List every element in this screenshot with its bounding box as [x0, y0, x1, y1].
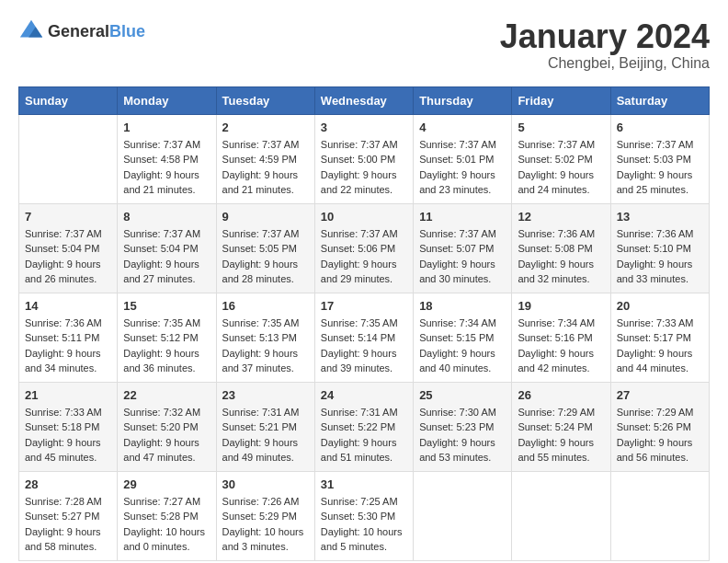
column-header-wednesday: Wednesday: [314, 86, 413, 114]
day-info: Sunrise: 7:26 AMSunset: 5:29 PMDaylight:…: [222, 494, 309, 555]
day-cell: 12Sunrise: 7:36 AMSunset: 5:08 PMDayligh…: [512, 203, 610, 293]
day-info: Sunrise: 7:28 AMSunset: 5:27 PMDaylight:…: [25, 494, 111, 555]
day-cell: 22Sunrise: 7:32 AMSunset: 5:20 PMDayligh…: [118, 382, 216, 471]
week-row-5: 28Sunrise: 7:28 AMSunset: 5:27 PMDayligh…: [19, 471, 710, 560]
day-info: Sunrise: 7:33 AMSunset: 5:17 PMDaylight:…: [617, 316, 703, 376]
day-info: Sunrise: 7:32 AMSunset: 5:20 PMDaylight:…: [123, 405, 210, 465]
day-info: Sunrise: 7:34 AMSunset: 5:16 PMDaylight:…: [518, 316, 604, 376]
day-number: 23: [222, 388, 309, 402]
day-number: 14: [25, 299, 111, 313]
day-cell: 4Sunrise: 7:37 AMSunset: 5:01 PMDaylight…: [414, 114, 512, 203]
day-number: 3: [321, 121, 407, 134]
day-number: 8: [123, 210, 210, 224]
column-header-monday: Monday: [118, 86, 216, 114]
day-cell: [19, 114, 118, 203]
day-number: 5: [518, 121, 604, 134]
day-number: 15: [123, 299, 210, 313]
logo-icon: [18, 18, 44, 44]
day-info: Sunrise: 7:35 AMSunset: 5:13 PMDaylight:…: [222, 316, 309, 376]
day-info: Sunrise: 7:37 AMSunset: 5:02 PMDaylight:…: [518, 137, 604, 198]
day-number: 19: [518, 299, 604, 313]
day-cell: 17Sunrise: 7:35 AMSunset: 5:14 PMDayligh…: [314, 293, 413, 382]
day-cell: 26Sunrise: 7:29 AMSunset: 5:24 PMDayligh…: [512, 382, 610, 471]
page-header: GeneralBlue January 2024 Chengbei, Beiji…: [18, 18, 710, 72]
day-number: 12: [518, 210, 604, 224]
day-info: Sunrise: 7:37 AMSunset: 5:01 PMDaylight:…: [419, 137, 506, 198]
day-cell: 18Sunrise: 7:34 AMSunset: 5:15 PMDayligh…: [414, 293, 512, 382]
day-number: 16: [222, 299, 309, 313]
day-info: Sunrise: 7:37 AMSunset: 4:58 PMDaylight:…: [123, 137, 210, 198]
day-info: Sunrise: 7:25 AMSunset: 5:30 PMDaylight:…: [321, 494, 407, 555]
day-info: Sunrise: 7:37 AMSunset: 5:05 PMDaylight:…: [222, 226, 309, 287]
location-title: Chengbei, Beijing, China: [500, 55, 710, 72]
day-cell: 2Sunrise: 7:37 AMSunset: 4:59 PMDaylight…: [216, 114, 314, 203]
day-cell: 31Sunrise: 7:25 AMSunset: 5:30 PMDayligh…: [314, 471, 413, 560]
day-cell: 20Sunrise: 7:33 AMSunset: 5:17 PMDayligh…: [610, 293, 709, 382]
day-info: Sunrise: 7:36 AMSunset: 5:10 PMDaylight:…: [617, 226, 703, 287]
day-info: Sunrise: 7:27 AMSunset: 5:28 PMDaylight:…: [123, 494, 210, 555]
column-header-sunday: Sunday: [19, 86, 118, 114]
day-info: Sunrise: 7:30 AMSunset: 5:23 PMDaylight:…: [419, 405, 506, 465]
day-cell: 24Sunrise: 7:31 AMSunset: 5:22 PMDayligh…: [314, 382, 413, 471]
day-number: 6: [617, 121, 703, 134]
day-cell: 1Sunrise: 7:37 AMSunset: 4:58 PMDaylight…: [118, 114, 216, 203]
day-number: 28: [25, 477, 111, 491]
day-number: 20: [617, 299, 703, 313]
day-cell: 15Sunrise: 7:35 AMSunset: 5:12 PMDayligh…: [118, 293, 216, 382]
column-header-saturday: Saturday: [610, 86, 709, 114]
day-cell: 7Sunrise: 7:37 AMSunset: 5:04 PMDaylight…: [19, 203, 118, 293]
day-number: 13: [617, 210, 703, 224]
week-row-1: 1Sunrise: 7:37 AMSunset: 4:58 PMDaylight…: [19, 114, 710, 203]
day-number: 27: [617, 388, 703, 402]
day-info: Sunrise: 7:37 AMSunset: 5:06 PMDaylight:…: [321, 226, 407, 287]
day-info: Sunrise: 7:33 AMSunset: 5:18 PMDaylight:…: [25, 405, 111, 465]
header-row: SundayMondayTuesdayWednesdayThursdayFrid…: [19, 86, 710, 114]
day-number: 31: [321, 477, 407, 491]
day-info: Sunrise: 7:37 AMSunset: 5:04 PMDaylight:…: [123, 226, 210, 287]
day-info: Sunrise: 7:34 AMSunset: 5:15 PMDaylight:…: [419, 316, 506, 376]
day-cell: 28Sunrise: 7:28 AMSunset: 5:27 PMDayligh…: [19, 471, 118, 560]
day-info: Sunrise: 7:31 AMSunset: 5:22 PMDaylight:…: [321, 405, 407, 465]
day-cell: 8Sunrise: 7:37 AMSunset: 5:04 PMDaylight…: [118, 203, 216, 293]
day-info: Sunrise: 7:37 AMSunset: 5:07 PMDaylight:…: [419, 226, 506, 287]
day-cell: 30Sunrise: 7:26 AMSunset: 5:29 PMDayligh…: [216, 471, 314, 560]
day-cell: 27Sunrise: 7:29 AMSunset: 5:26 PMDayligh…: [610, 382, 709, 471]
day-cell: 29Sunrise: 7:27 AMSunset: 5:28 PMDayligh…: [118, 471, 216, 560]
day-number: 18: [419, 299, 506, 313]
day-number: 9: [222, 210, 309, 224]
title-section: January 2024 Chengbei, Beijing, China: [500, 18, 710, 72]
logo-general: General: [48, 22, 109, 40]
day-cell: 21Sunrise: 7:33 AMSunset: 5:18 PMDayligh…: [19, 382, 118, 471]
day-cell: 13Sunrise: 7:36 AMSunset: 5:10 PMDayligh…: [610, 203, 709, 293]
day-cell: 19Sunrise: 7:34 AMSunset: 5:16 PMDayligh…: [512, 293, 610, 382]
day-info: Sunrise: 7:36 AMSunset: 5:11 PMDaylight:…: [25, 316, 111, 376]
day-info: Sunrise: 7:37 AMSunset: 5:00 PMDaylight:…: [321, 137, 407, 198]
day-number: 4: [419, 121, 506, 134]
day-cell: 11Sunrise: 7:37 AMSunset: 5:07 PMDayligh…: [414, 203, 512, 293]
day-number: 2: [222, 121, 309, 134]
day-cell: 5Sunrise: 7:37 AMSunset: 5:02 PMDaylight…: [512, 114, 610, 203]
day-number: 30: [222, 477, 309, 491]
day-number: 21: [25, 388, 111, 402]
column-header-thursday: Thursday: [414, 86, 512, 114]
week-row-2: 7Sunrise: 7:37 AMSunset: 5:04 PMDaylight…: [19, 203, 710, 293]
week-row-3: 14Sunrise: 7:36 AMSunset: 5:11 PMDayligh…: [19, 293, 710, 382]
day-cell: 16Sunrise: 7:35 AMSunset: 5:13 PMDayligh…: [216, 293, 314, 382]
column-header-tuesday: Tuesday: [216, 86, 314, 114]
day-number: 11: [419, 210, 506, 224]
day-number: 10: [321, 210, 407, 224]
day-info: Sunrise: 7:31 AMSunset: 5:21 PMDaylight:…: [222, 405, 309, 465]
day-number: 24: [321, 388, 407, 402]
month-title: January 2024: [500, 18, 710, 55]
day-cell: 23Sunrise: 7:31 AMSunset: 5:21 PMDayligh…: [216, 382, 314, 471]
week-row-4: 21Sunrise: 7:33 AMSunset: 5:18 PMDayligh…: [19, 382, 710, 471]
day-info: Sunrise: 7:29 AMSunset: 5:26 PMDaylight:…: [617, 405, 703, 465]
day-info: Sunrise: 7:35 AMSunset: 5:14 PMDaylight:…: [321, 316, 407, 376]
day-number: 1: [123, 121, 210, 134]
day-cell: 14Sunrise: 7:36 AMSunset: 5:11 PMDayligh…: [19, 293, 118, 382]
day-cell: [414, 471, 512, 560]
day-number: 17: [321, 299, 407, 313]
day-number: 26: [518, 388, 604, 402]
day-cell: 10Sunrise: 7:37 AMSunset: 5:06 PMDayligh…: [314, 203, 413, 293]
day-cell: 25Sunrise: 7:30 AMSunset: 5:23 PMDayligh…: [414, 382, 512, 471]
